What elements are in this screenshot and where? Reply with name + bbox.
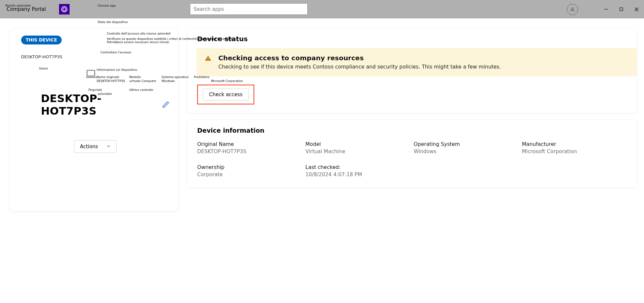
device-short-name: DESKTOP-HOT7P3S bbox=[21, 54, 169, 59]
info-label: Ownership bbox=[197, 164, 302, 170]
info-value: 10/8/2024 4:07:18 PM bbox=[305, 172, 410, 178]
actions-button[interactable]: Actions bbox=[74, 140, 117, 153]
warning-icon bbox=[204, 55, 212, 64]
minimize-button[interactable] bbox=[598, 0, 614, 18]
maximize-button[interactable] bbox=[614, 0, 629, 18]
info-label: Last checked: bbox=[305, 164, 410, 170]
info-label: Model bbox=[305, 141, 410, 147]
app-title: Company Portal bbox=[7, 0, 46, 18]
annot-portal: Portale aziendale bbox=[5, 4, 31, 7]
device-title: DESKTOP-HOT7P3S bbox=[41, 92, 156, 117]
info-ownership: Ownership Corporate bbox=[197, 164, 302, 178]
alert-heading: Checking access to company resources bbox=[218, 54, 501, 62]
info-last-checked: Last checked: 10/8/2024 4:07:18 PM bbox=[305, 164, 410, 178]
info-label: Original Name bbox=[197, 141, 302, 147]
app-icon bbox=[59, 4, 70, 14]
alert-desc: Checking to see if this device meets Con… bbox=[218, 64, 501, 70]
search-input[interactable] bbox=[194, 6, 304, 12]
device-status-title: Device status bbox=[197, 35, 627, 43]
device-card: THIS DEVICE DESKTOP-HOT7P3S DESKTOP-HOT7… bbox=[10, 28, 178, 211]
titlebar: Portale aziendale Company Portal Cercare… bbox=[0, 0, 644, 18]
info-value: DESKTOP-HOT7P3S bbox=[197, 149, 302, 154]
search-box[interactable] bbox=[190, 3, 308, 15]
info-original-name: Original Name DESKTOP-HOT7P3S bbox=[197, 141, 302, 154]
info-label: Operating System bbox=[414, 141, 519, 147]
check-access-button[interactable]: Check access bbox=[203, 89, 249, 100]
device-info-title: Device information bbox=[197, 127, 627, 134]
info-model: Model Virtual Machine bbox=[305, 141, 410, 154]
this-device-pill: THIS DEVICE bbox=[21, 36, 62, 44]
actions-label: Actions bbox=[80, 144, 98, 150]
device-info-card: Device information Original Name DESKTOP… bbox=[187, 120, 637, 187]
info-label: Manufacturer bbox=[522, 141, 627, 147]
close-button[interactable] bbox=[629, 0, 644, 18]
info-value: Virtual Machine bbox=[305, 149, 410, 154]
info-manufacturer: Manufacturer Microsoft Corporation bbox=[522, 141, 627, 154]
edit-icon[interactable] bbox=[162, 101, 169, 108]
svg-rect-9 bbox=[208, 59, 208, 60]
chevron-down-icon bbox=[107, 144, 110, 150]
svg-rect-8 bbox=[208, 57, 208, 59]
device-status-card: Device status Checking access to company… bbox=[187, 28, 637, 113]
info-value: Microsoft Corporation bbox=[522, 149, 627, 154]
status-alert: Checking access to company resources Che… bbox=[197, 48, 637, 76]
user-button[interactable] bbox=[567, 4, 578, 15]
info-value: Windows bbox=[414, 149, 519, 154]
svg-point-1 bbox=[63, 8, 66, 11]
annot-search: Cercare app bbox=[98, 4, 116, 7]
check-access-highlight: Check access bbox=[197, 85, 254, 104]
window-controls bbox=[598, 0, 644, 18]
info-os: Operating System Windows bbox=[414, 141, 519, 154]
svg-rect-4 bbox=[620, 8, 623, 11]
svg-point-0 bbox=[62, 7, 67, 12]
svg-point-2 bbox=[571, 8, 573, 10]
info-value: Corporate bbox=[197, 172, 302, 178]
device-info-grid: Original Name DESKTOP-HOT7P3S Model Virt… bbox=[197, 141, 627, 178]
